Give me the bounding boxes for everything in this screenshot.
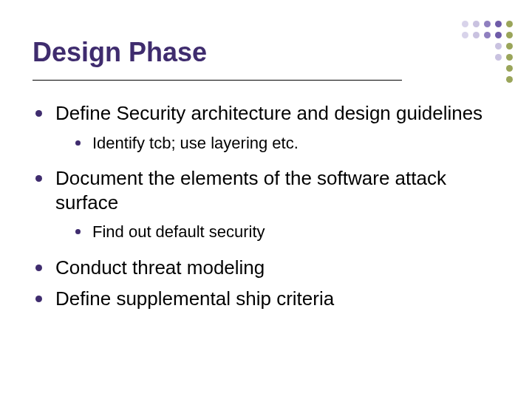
bullet-icon [75,229,81,234]
bullet-text: Conduct threat modeling [55,256,499,280]
bullet-level2: Identify tcb; use layering etc. [33,133,499,154]
deco-dot [506,54,513,61]
bullet-icon [75,140,81,146]
deco-dot [506,76,513,83]
deco-dot [462,21,468,27]
bullet-level1: Define Security architecture and design … [33,101,499,126]
bullet-text: Document the elements of the software at… [55,166,499,214]
bullet-level2: Find out default security [33,222,499,242]
deco-dot [506,43,513,50]
bullet-level1: Define supplemental ship criteria [33,287,499,311]
bullet-level1: Conduct threat modeling [33,256,499,280]
bullet-level1: Document the elements of the software at… [33,166,499,214]
deco-dot [506,65,513,72]
bullet-icon [35,175,42,182]
bullet-text: Define Security architecture and design … [55,101,499,126]
title-underline [33,80,402,81]
deco-dot [495,21,502,27]
bullet-icon [35,265,42,271]
bullet-icon [35,296,42,302]
bullet-text: Find out default security [92,222,499,242]
bullet-text: Define supplemental ship criteria [55,287,499,311]
slide-title: Design Phase [33,37,499,71]
slide: Design Phase Define Security architectur… [0,0,532,399]
deco-dot [484,21,491,27]
deco-dot [473,21,480,27]
deco-dot [506,21,513,27]
slide-body: Define Security architecture and design … [33,101,499,311]
bullet-text: Identify tcb; use layering etc. [92,133,499,154]
deco-dot [506,32,513,38]
bullet-icon [35,110,42,117]
